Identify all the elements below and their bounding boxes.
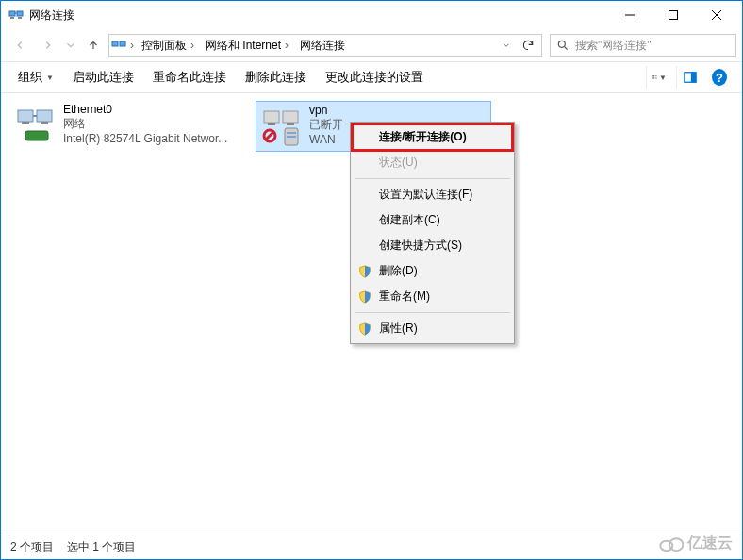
breadcrumb-item[interactable]: 网络连接 <box>296 36 349 56</box>
svg-rect-4 <box>18 17 22 19</box>
search-icon <box>551 39 575 52</box>
nav-forward-button[interactable] <box>35 32 61 58</box>
shield-icon <box>357 264 372 279</box>
menu-label: 设置为默认连接(F) <box>379 187 472 203</box>
svg-line-33 <box>266 132 273 140</box>
menu-delete[interactable]: 删除(D) <box>353 258 512 284</box>
connection-item[interactable]: Ethernet0 网络 Intel(R) 82574L Gigabit Net… <box>10 101 246 150</box>
breadcrumb-item[interactable]: 网络和 Internet › <box>202 36 294 56</box>
menu-rename[interactable]: 重命名(M) <box>353 284 512 309</box>
watermark: 亿速云 <box>659 534 733 553</box>
network-adapter-icon <box>12 103 58 148</box>
menu-create-shortcut[interactable]: 创建快捷方式(S) <box>353 233 512 258</box>
menu-create-copy[interactable]: 创建副本(C) <box>353 207 512 233</box>
cmd-label: 启动此连接 <box>73 69 134 86</box>
view-options-button[interactable]: ▼ <box>646 66 672 89</box>
cmd-label: 重命名此连接 <box>153 69 226 86</box>
item-count: 2 个项目 <box>10 539 54 555</box>
organize-label: 组织 <box>18 69 42 86</box>
address-icon <box>111 38 126 53</box>
close-button[interactable] <box>695 1 738 29</box>
menu-properties[interactable]: 属性(R) <box>353 316 512 341</box>
svg-rect-22 <box>41 122 48 124</box>
menu-label: 创建副本(C) <box>379 212 440 228</box>
menu-separator <box>355 178 510 179</box>
svg-rect-9 <box>112 41 118 46</box>
svg-point-11 <box>558 41 565 47</box>
watermark-text: 亿速云 <box>687 534 733 553</box>
svg-rect-28 <box>287 123 294 125</box>
status-bar: 2 个项目 选中 1 个项目 <box>1 535 742 559</box>
connection-device: Intel(R) 82574L Gigabit Networ... <box>63 132 227 145</box>
chevron-right-icon[interactable]: › <box>128 39 136 52</box>
svg-rect-19 <box>18 110 33 122</box>
vpn-adapter-icon <box>258 104 304 149</box>
breadcrumb-label: 网络和 Internet <box>206 38 281 54</box>
svg-rect-25 <box>264 111 279 123</box>
search-box[interactable]: 搜索"网络连接" <box>550 34 736 57</box>
organize-menu[interactable]: 组织 ▼ <box>10 65 61 90</box>
chevron-right-icon: › <box>189 39 196 52</box>
help-icon: ? <box>712 69 727 86</box>
menu-label: 重命名(M) <box>379 288 430 305</box>
preview-pane-button[interactable] <box>676 66 702 89</box>
connection-name: vpn <box>309 104 343 117</box>
svg-rect-27 <box>268 123 275 125</box>
nav-row: › 控制面板 › 网络和 Internet › 网络连接 搜索"网络连接" <box>1 29 742 61</box>
start-connection-button[interactable]: 启动此连接 <box>65 65 141 90</box>
selected-count: 选中 1 个项目 <box>67 539 136 555</box>
help-button[interactable]: ? <box>706 66 733 89</box>
nav-recent-dropdown[interactable] <box>63 32 78 58</box>
svg-rect-18 <box>690 73 695 83</box>
maximize-button[interactable] <box>652 1 695 29</box>
svg-rect-10 <box>120 41 125 46</box>
address-bar[interactable]: › 控制面板 › 网络和 Internet › 网络连接 <box>108 34 542 57</box>
shield-icon <box>357 289 372 305</box>
svg-rect-31 <box>287 136 296 138</box>
minimize-button[interactable] <box>608 1 652 29</box>
breadcrumb-item[interactable]: 控制面板 › <box>138 36 200 56</box>
svg-rect-3 <box>10 17 14 19</box>
command-bar: 组织 ▼ 启动此连接 重命名此连接 删除此连接 更改此连接的设置 ▼ ? <box>1 61 742 93</box>
menu-set-default[interactable]: 设置为默认连接(F) <box>353 182 512 207</box>
window-title: 网络连接 <box>29 8 74 24</box>
refresh-button[interactable] <box>517 39 539 52</box>
svg-rect-0 <box>9 11 15 16</box>
connection-status: 网络 <box>63 116 227 132</box>
context-menu: 连接/断开连接(O) 状态(U) 设置为默认连接(F) 创建副本(C) 创建快捷… <box>350 122 515 344</box>
cmd-label: 更改此连接的设置 <box>325 69 423 86</box>
menu-connect-disconnect[interactable]: 连接/断开连接(O) <box>353 124 512 150</box>
menu-label: 删除(D) <box>379 263 418 279</box>
svg-rect-30 <box>287 132 296 134</box>
nav-back-button[interactable] <box>7 32 33 58</box>
svg-rect-6 <box>669 11 678 20</box>
nav-up-button[interactable] <box>80 32 107 58</box>
search-placeholder: 搜索"网络连接" <box>575 38 735 54</box>
connection-device: WAN <box>309 133 343 146</box>
svg-rect-13 <box>652 75 654 76</box>
chevron-right-icon: › <box>283 39 290 52</box>
change-settings-button[interactable]: 更改此连接的设置 <box>318 65 431 90</box>
svg-rect-21 <box>22 122 29 124</box>
svg-rect-1 <box>17 11 23 16</box>
app-icon <box>8 8 24 23</box>
cmd-label: 删除此连接 <box>245 69 306 86</box>
titlebar: 网络连接 <box>1 1 742 29</box>
svg-rect-14 <box>652 77 654 78</box>
menu-status: 状态(U) <box>353 150 512 175</box>
svg-line-12 <box>565 47 568 50</box>
connection-status: 已断开 <box>309 117 343 133</box>
breadcrumb-label: 控制面板 <box>141 38 187 54</box>
menu-separator <box>355 312 510 313</box>
rename-connection-button[interactable]: 重命名此连接 <box>145 65 234 90</box>
shield-icon <box>357 321 372 337</box>
breadcrumb-label: 网络连接 <box>300 38 345 54</box>
menu-label: 属性(R) <box>379 321 418 337</box>
address-dropdown-button[interactable] <box>498 41 515 50</box>
svg-rect-23 <box>25 131 48 140</box>
menu-label: 连接/断开连接(O) <box>379 129 467 145</box>
svg-rect-20 <box>37 110 52 122</box>
delete-connection-button[interactable]: 删除此连接 <box>238 65 314 90</box>
menu-label: 状态(U) <box>379 155 418 171</box>
menu-label: 创建快捷方式(S) <box>379 238 462 254</box>
